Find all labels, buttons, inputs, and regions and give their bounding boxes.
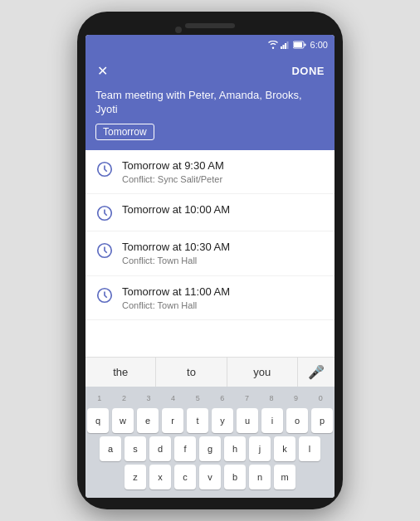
svg-rect-6	[304, 44, 305, 46]
app-header: ✕ DONE Team meeting with Peter, Amanda, …	[85, 55, 335, 150]
key-p[interactable]: p	[311, 408, 333, 433]
key-v[interactable]: v	[199, 465, 221, 489]
slot-time-1: Tomorrow at 10:00 AM	[122, 202, 230, 217]
slot-info-0: Tomorrow at 9:30 AM Conflict: Sync Salit…	[122, 158, 224, 185]
number-row: 1234567890	[87, 390, 333, 407]
slot-conflict-0: Conflict: Sync Salit/Peter	[122, 173, 224, 185]
key-t[interactable]: t	[187, 408, 208, 433]
key-c[interactable]: c	[174, 465, 196, 489]
suggestion-you[interactable]: you	[227, 358, 298, 387]
time-slot-1[interactable]: Tomorrow at 10:00 AM	[85, 194, 335, 231]
clock-icon	[95, 204, 114, 222]
time-slot-0[interactable]: Tomorrow at 9:30 AM Conflict: Sync Salit…	[85, 150, 335, 194]
key-h[interactable]: h	[224, 436, 246, 461]
key-u[interactable]: u	[237, 408, 258, 433]
num-key-8[interactable]: 8	[259, 390, 284, 407]
num-key-9[interactable]: 9	[284, 390, 309, 407]
slot-info-3: Tomorrow at 11:00 AM Conflict: Town Hall	[122, 285, 230, 311]
battery-icon	[293, 41, 306, 49]
key-g[interactable]: g	[199, 436, 221, 461]
num-key-3[interactable]: 3	[136, 390, 161, 407]
time-list: Tomorrow at 9:30 AM Conflict: Sync Salit…	[85, 150, 335, 357]
key-w[interactable]: w	[112, 408, 134, 433]
slot-conflict-3: Conflict: Town Hall	[122, 299, 230, 311]
date-chip[interactable]: Tomorrow	[95, 124, 154, 140]
key-d[interactable]: d	[149, 436, 171, 461]
header-top: ✕ DONE	[95, 61, 325, 80]
wifi-icon	[268, 41, 278, 49]
key-b[interactable]: b	[224, 465, 246, 489]
slot-time-2: Tomorrow at 10:30 AM	[122, 240, 230, 255]
svg-rect-3	[286, 41, 288, 49]
slot-info-1: Tomorrow at 10:00 AM	[122, 202, 230, 217]
key-e[interactable]: e	[137, 408, 159, 433]
phone-speaker	[185, 23, 235, 28]
key-i[interactable]: i	[261, 408, 283, 433]
key-z[interactable]: z	[125, 465, 146, 489]
keyboard-suggestions: the to you 🎤	[85, 357, 335, 387]
num-key-1[interactable]: 1	[87, 390, 112, 407]
key-j[interactable]: j	[249, 436, 271, 461]
svg-rect-5	[294, 42, 302, 47]
svg-rect-2	[285, 43, 286, 49]
key-k[interactable]: k	[274, 436, 295, 461]
signal-icon	[281, 41, 291, 49]
mic-icon: 🎤	[308, 364, 325, 380]
svg-rect-1	[282, 45, 284, 49]
keyboard-row-letters-0: qwertyuiop	[87, 408, 333, 433]
num-key-7[interactable]: 7	[235, 390, 260, 407]
slot-conflict-2: Conflict: Town Hall	[122, 255, 230, 266]
key-y[interactable]: y	[212, 408, 233, 433]
clock-icon	[95, 160, 114, 178]
key-a[interactable]: a	[100, 436, 121, 461]
key-f[interactable]: f	[174, 436, 196, 461]
suggestion-to[interactable]: to	[156, 358, 227, 387]
key-n[interactable]: n	[249, 465, 271, 489]
time-slot-3[interactable]: Tomorrow at 11:00 AM Conflict: Town Hall	[85, 276, 335, 320]
num-key-2[interactable]: 2	[112, 390, 137, 407]
status-time: 6:00	[310, 40, 328, 50]
clock-icon	[95, 286, 114, 304]
done-button[interactable]: DONE	[291, 65, 325, 77]
clock-icon	[95, 241, 114, 260]
slot-time-0: Tomorrow at 9:30 AM	[122, 158, 224, 173]
key-s[interactable]: s	[125, 436, 146, 461]
phone-frame: 6:00 ✕ DONE Team meeting with Peter, Ama…	[77, 12, 343, 509]
num-key-6[interactable]: 6	[210, 390, 235, 407]
suggestion-the[interactable]: the	[85, 358, 156, 387]
close-button[interactable]: ✕	[95, 61, 110, 80]
key-q[interactable]: q	[87, 408, 109, 433]
svg-rect-0	[281, 46, 282, 49]
phone-camera	[175, 27, 182, 33]
num-key-0[interactable]: 0	[308, 390, 333, 407]
keyboard: 1234567890 qwertyuiopasdfghjklzxcvbnm	[85, 387, 335, 498]
num-key-4[interactable]: 4	[161, 390, 186, 407]
phone-screen: 6:00 ✕ DONE Team meeting with Peter, Ama…	[85, 35, 335, 498]
key-x[interactable]: x	[149, 465, 171, 489]
key-m[interactable]: m	[274, 465, 295, 489]
keyboard-row-letters-1: asdfghjkl	[87, 436, 333, 461]
key-o[interactable]: o	[286, 408, 308, 433]
num-key-5[interactable]: 5	[185, 390, 210, 407]
key-l[interactable]: l	[299, 436, 320, 461]
keyboard-row-letters-2: zxcvbnm	[87, 465, 333, 489]
slot-info-2: Tomorrow at 10:30 AM Conflict: Town Hall	[122, 240, 230, 266]
time-slot-2[interactable]: Tomorrow at 10:30 AM Conflict: Town Hall	[85, 231, 335, 275]
mic-button[interactable]: 🎤	[298, 358, 335, 387]
meeting-title: Team meeting with Peter, Amanda, Brooks,…	[95, 89, 325, 117]
status-icons: 6:00	[268, 40, 328, 50]
slot-time-3: Tomorrow at 11:00 AM	[122, 285, 230, 299]
key-r[interactable]: r	[162, 408, 183, 433]
status-bar: 6:00	[85, 35, 335, 55]
